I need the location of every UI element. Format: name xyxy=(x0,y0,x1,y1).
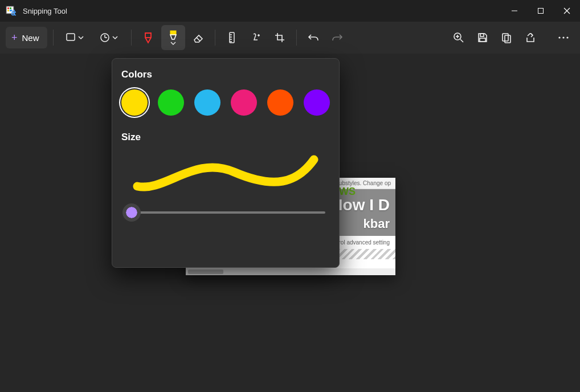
touch-writing-tool[interactable] xyxy=(245,27,267,48)
eraser-tool[interactable] xyxy=(187,27,209,48)
more-button[interactable] xyxy=(553,27,574,48)
svg-rect-15 xyxy=(170,31,176,35)
color-swatch-3[interactable] xyxy=(231,89,257,116)
zoom-button[interactable] xyxy=(448,27,469,48)
snip-scrollbar xyxy=(186,268,395,275)
copy-button[interactable] xyxy=(496,27,517,48)
color-swatch-4[interactable] xyxy=(267,89,293,116)
delay-dropdown[interactable] xyxy=(93,27,125,48)
stroke-preview xyxy=(121,152,330,198)
svg-rect-11 xyxy=(67,34,75,40)
color-swatch-1[interactable] xyxy=(158,89,184,116)
highlighter-tool[interactable] xyxy=(161,25,185,50)
svg-rect-27 xyxy=(480,38,485,42)
snip-brand-text: WS xyxy=(339,186,356,198)
snip-mode-dropdown[interactable] xyxy=(59,27,91,48)
color-swatch-5[interactable] xyxy=(304,89,330,116)
svg-rect-2 xyxy=(10,7,11,9)
divider xyxy=(296,30,297,46)
svg-rect-1 xyxy=(7,7,9,9)
svg-line-16 xyxy=(197,38,200,41)
save-button[interactable] xyxy=(472,27,493,48)
svg-point-31 xyxy=(562,36,564,38)
crop-tool[interactable] xyxy=(269,27,291,48)
svg-rect-26 xyxy=(480,34,484,36)
svg-rect-28 xyxy=(503,34,508,41)
color-swatch-2[interactable] xyxy=(194,89,220,116)
svg-rect-29 xyxy=(505,35,510,43)
ballpoint-pen-tool[interactable] xyxy=(137,27,159,48)
maximize-button[interactable] xyxy=(528,0,554,22)
share-button[interactable] xyxy=(520,27,541,48)
color-swatches xyxy=(121,89,330,116)
svg-point-30 xyxy=(558,36,560,38)
svg-point-32 xyxy=(566,36,568,38)
color-swatch-0[interactable] xyxy=(121,89,148,116)
highlighter-settings-popup: Colors Size xyxy=(112,58,340,268)
minimize-button[interactable] xyxy=(501,0,528,22)
window-controls xyxy=(501,0,580,22)
canvas-area[interactable]: ubstyles. Change op WS How I D kbar ontr… xyxy=(0,54,580,392)
app-icon xyxy=(6,6,16,16)
colors-heading: Colors xyxy=(121,69,330,80)
size-slider[interactable] xyxy=(126,211,325,214)
redo-button[interactable] xyxy=(326,27,348,48)
size-slider-thumb[interactable] xyxy=(126,207,137,218)
window-title: Snipping Tool xyxy=(23,7,67,15)
svg-line-23 xyxy=(460,39,463,42)
divider xyxy=(53,30,54,46)
svg-rect-8 xyxy=(538,9,544,14)
title-bar: Snipping Tool xyxy=(0,0,580,22)
undo-button[interactable] xyxy=(303,27,324,48)
new-button[interactable]: + New xyxy=(6,27,47,48)
plus-icon: + xyxy=(11,32,18,44)
chevron-down-icon xyxy=(170,41,177,46)
ruler-tool[interactable] xyxy=(221,27,243,48)
close-button[interactable] xyxy=(554,0,580,22)
size-heading: Size xyxy=(121,132,330,143)
new-label: New xyxy=(22,33,39,43)
divider xyxy=(131,30,132,46)
svg-rect-3 xyxy=(7,10,9,11)
toolbar: + New xyxy=(0,22,580,54)
divider xyxy=(215,30,215,46)
